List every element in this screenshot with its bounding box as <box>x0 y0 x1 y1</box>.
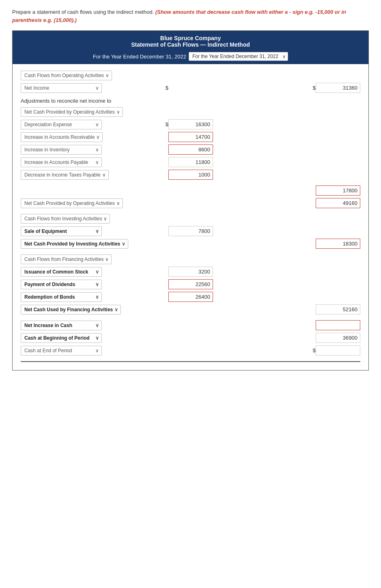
statement-wrapper: Blue Spruce Company Statement of Cash Fl… <box>12 30 369 370</box>
income-taxes-chevron: ∨ <box>102 172 106 178</box>
redemption-bonds-amount-cell <box>168 292 213 302</box>
date-row: For the Year Ended December 31, 2022 For… <box>13 50 368 64</box>
depreciation-dropdown[interactable]: Depreciation Expense ∨ <box>21 120 102 129</box>
net-cash-op-subheader-dropdown[interactable]: Net Cash Provided by Operating Activitie… <box>21 107 123 117</box>
inventory-label-cell: Increase in Inventory ∨ <box>21 145 159 155</box>
adjustments-total-amount-cell <box>316 185 360 196</box>
inventory-amount-cell <box>168 144 213 155</box>
net-increase-input[interactable] <box>316 320 360 330</box>
sale-equipment-input[interactable] <box>168 226 213 236</box>
issuance-stock-dropdown[interactable]: Issuance of Common Stock ∨ <box>21 267 102 277</box>
net-cash-op-subheader-row: Net Cash Provided by Operating Activitie… <box>21 107 360 117</box>
accounts-receivable-row: Increase in Accounts Receivable ∨ <box>21 132 360 142</box>
income-taxes-amount-cell <box>168 170 213 180</box>
net-increase-dropdown[interactable]: Net Increase in Cash ∨ <box>21 321 102 330</box>
net-cash-op-result-chevron: ∨ <box>116 200 120 206</box>
net-cash-financing-label-cell: Net Cash Used by Financing Activities ∨ <box>21 305 159 314</box>
depreciation-row: Depreciation Expense ∨ $ <box>21 119 360 129</box>
adjustments-label: Adjustments to reconcile net income to <box>21 98 360 104</box>
net-income-chevron: ∨ <box>95 85 99 91</box>
net-cash-financing-amount-cell <box>316 304 360 314</box>
adjustments-total-input[interactable] <box>316 185 360 196</box>
sale-equipment-text: Sale of Equipment <box>24 228 67 234</box>
cash-end-input[interactable] <box>316 345 360 355</box>
sale-equipment-label-cell: Sale of Equipment ∨ <box>21 226 159 236</box>
investing-header-label-cell: Cash Flows from Investing Activities ∨ <box>21 214 159 224</box>
net-cash-investing-dropdown[interactable]: Net Cash Provided by Investing Activitie… <box>21 239 128 249</box>
operating-header-text: Cash Flows from Operating Activities <box>24 73 104 78</box>
income-taxes-dropdown[interactable]: Decrease in Income Taxes Payable ∨ <box>21 170 109 180</box>
payment-dividends-text: Payment of Dividends <box>24 282 75 287</box>
depreciation-chevron: ∨ <box>95 122 99 127</box>
cash-beginning-text: Cash at Beginning of Period <box>24 335 90 341</box>
cash-beginning-amount-cell <box>316 333 360 343</box>
net-income-text: Net Income <box>24 85 49 91</box>
net-cash-op-subheader-chevron: ∨ <box>116 109 120 115</box>
financing-header-dropdown[interactable]: Cash Flows from Financing Activities ∨ <box>21 254 112 264</box>
net-income-amount-cell <box>316 83 360 93</box>
sale-equipment-dropdown[interactable]: Sale of Equipment ∨ <box>21 226 102 236</box>
depreciation-input[interactable] <box>168 119 213 129</box>
financing-header-label-cell: Cash Flows from Financing Activities ∨ <box>21 254 159 264</box>
net-income-dropdown[interactable]: Net Income ∨ <box>21 83 102 93</box>
redemption-bonds-label-cell: Redemption of Bonds ∨ <box>21 292 159 302</box>
accounts-payable-input[interactable] <box>168 157 213 167</box>
cash-end-dropdown[interactable]: Cash at End of Period ∨ <box>21 346 102 355</box>
cash-end-dollar: $ <box>306 347 316 353</box>
redemption-bonds-dropdown[interactable]: Redemption of Bonds ∨ <box>21 292 102 302</box>
accounts-payable-label-cell: Increase in Accounts Payable ∨ <box>21 157 159 167</box>
net-cash-financing-input[interactable] <box>316 304 360 314</box>
payment-dividends-dropdown[interactable]: Payment of Dividends ∨ <box>21 280 102 289</box>
net-cash-financing-text: Net Cash Used by Financing Activities <box>24 307 113 312</box>
cash-beginning-input[interactable] <box>316 333 360 343</box>
operating-header-chevron: ∨ <box>105 73 109 78</box>
net-cash-op-result-dropdown[interactable]: Net Cash Provided by Operating Activitie… <box>21 198 123 208</box>
cash-beginning-label-cell: Cash at Beginning of Period ∨ <box>21 333 159 343</box>
cash-end-row: Cash at End of Period ∨ $ <box>21 345 360 355</box>
income-taxes-input[interactable] <box>168 170 213 180</box>
operating-header-dropdown[interactable]: Cash Flows from Operating Activities ∨ <box>21 71 112 80</box>
date-select[interactable]: For the Year Ended December 31, 2022 <box>189 52 288 61</box>
cash-beginning-chevron: ∨ <box>95 335 99 341</box>
accounts-receivable-chevron: ∨ <box>96 134 100 140</box>
redemption-bonds-text: Redemption of Bonds <box>24 294 75 300</box>
accounts-receivable-dropdown[interactable]: Increase in Accounts Receivable ∨ <box>21 132 103 142</box>
net-cash-investing-input[interactable] <box>316 239 360 249</box>
accounts-payable-text: Increase in Accounts Payable <box>24 159 88 165</box>
redemption-bonds-input[interactable] <box>168 292 213 302</box>
cash-beginning-row: Cash at Beginning of Period ∨ <box>21 333 360 343</box>
depreciation-amount-cell <box>168 119 213 129</box>
inventory-dropdown[interactable]: Increase in Inventory ∨ <box>21 145 102 155</box>
issuance-stock-input[interactable] <box>168 267 213 277</box>
issuance-stock-text: Issuance of Common Stock <box>24 269 88 275</box>
operating-header-row: Cash Flows from Operating Activities ∨ <box>21 71 360 80</box>
redemption-bonds-row: Redemption of Bonds ∨ <box>21 292 360 302</box>
investing-header-row: Cash Flows from Investing Activities ∨ <box>21 214 360 224</box>
cash-end-label-cell: Cash at End of Period ∨ <box>21 346 159 355</box>
statement-title: Statement of Cash Flows — Indirect Metho… <box>17 41 364 48</box>
net-increase-label-cell: Net Increase in Cash ∨ <box>21 321 159 330</box>
net-income-input[interactable] <box>316 83 360 93</box>
net-cash-financing-dropdown[interactable]: Net Cash Used by Financing Activities ∨ <box>21 305 121 314</box>
accounts-payable-chevron: ∨ <box>95 159 99 165</box>
net-cash-op-result-label-cell: Net Cash Provided by Operating Activitie… <box>21 198 159 208</box>
issuance-stock-row: Issuance of Common Stock ∨ <box>21 267 360 277</box>
net-income-dollar2: $ <box>306 85 316 91</box>
depreciation-dollar: $ <box>159 121 168 127</box>
financing-header-text: Cash Flows from Financing Activities <box>24 256 103 262</box>
date-select-wrapper[interactable]: For the Year Ended December 31, 2022 <box>189 52 288 61</box>
net-cash-op-result-input[interactable] <box>316 198 360 208</box>
cash-beginning-dropdown[interactable]: Cash at Beginning of Period ∨ <box>21 333 102 343</box>
sale-equipment-row: Sale of Equipment ∨ <box>21 226 360 236</box>
instruction-main: Prepare a statement of cash flows using … <box>12 9 154 15</box>
payment-dividends-input[interactable] <box>168 279 213 289</box>
statement-header: Blue Spruce Company Statement of Cash Fl… <box>13 31 368 50</box>
inventory-input[interactable] <box>168 144 213 155</box>
accounts-payable-dropdown[interactable]: Increase in Accounts Payable ∨ <box>21 157 102 167</box>
cash-end-text: Cash at End of Period <box>24 348 72 353</box>
issuance-stock-label-cell: Issuance of Common Stock ∨ <box>21 267 159 277</box>
accounts-receivable-input[interactable] <box>168 132 213 142</box>
accounts-receivable-amount-cell <box>168 132 213 142</box>
operating-header-label-cell: Cash Flows from Operating Activities ∨ <box>21 71 159 80</box>
investing-header-dropdown[interactable]: Cash Flows from Investing Activities ∨ <box>21 214 110 224</box>
